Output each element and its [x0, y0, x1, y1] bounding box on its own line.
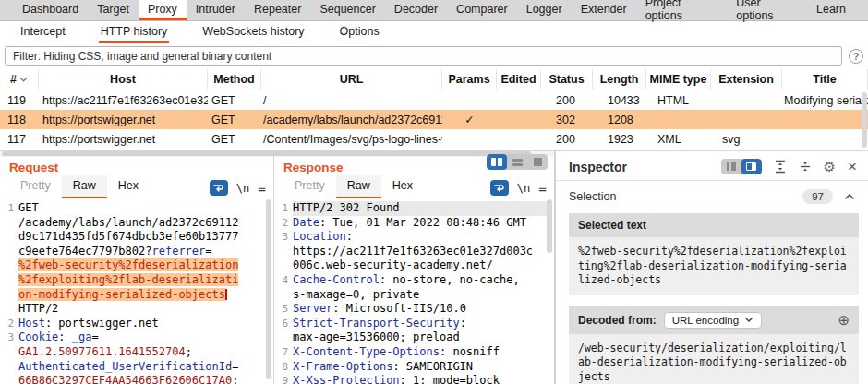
table-row-117[interactable]: 117https://portswigger.netGET/Content/Im… [0, 129, 868, 149]
column-header-edited[interactable]: Edited [497, 69, 541, 90]
column-header-params[interactable]: Params [442, 69, 497, 90]
request-editor[interactable]: 1GET/academy/labs/launch/ad2372c69112d9c… [0, 198, 273, 384]
chevron-up-icon [844, 193, 855, 200]
tab-repeater[interactable]: Repeater [245, 0, 310, 20]
decoded-from-header: Decoded from: URL encoding ⊕ [569, 306, 859, 334]
cell-id: 119 [0, 90, 39, 110]
response-editor[interactable]: 1HTTP/2 302 Found2Date: Tue, 01 Mar 2022… [274, 198, 554, 384]
tab-sequencer[interactable]: Sequencer [310, 0, 384, 20]
code-line: 2Date: Tue, 01 Mar 2022 08:48:46 GMT [276, 216, 547, 231]
word-wrap-button[interactable] [490, 180, 509, 196]
column-header-extension[interactable]: Extension [711, 69, 782, 90]
word-wrap-button[interactable] [210, 180, 228, 196]
tab-http-history[interactable]: HTTP history [99, 21, 170, 43]
tab-target[interactable]: Target [88, 0, 139, 20]
code-line: 7X-Content-Type-Options: nosniff [276, 345, 547, 360]
tab-learn[interactable]: Learn [807, 0, 855, 20]
layout-single-button[interactable] [527, 154, 548, 170]
editor-menu-icon[interactable]: ≡ [258, 181, 266, 195]
cell-ext [711, 110, 782, 129]
selection-section-header[interactable]: Selection 97 [556, 181, 868, 211]
column-header--[interactable]: # [0, 69, 39, 90]
editor-menu-icon[interactable]: ≡ [538, 181, 547, 195]
inspector-panel: Inspector [555, 151, 868, 384]
add-decoder-button[interactable]: ⊕ [838, 313, 850, 327]
line-number: 3 [276, 230, 293, 245]
column-header-status[interactable]: Status [541, 69, 593, 90]
encoding-dropdown[interactable]: URL encoding [664, 312, 762, 329]
cell-title: Modifying serialize [782, 90, 868, 110]
expand-all-button[interactable] [774, 160, 787, 174]
table-vertical-scrollbar[interactable] [862, 92, 867, 148]
sidebar-bars-icon [727, 162, 736, 171]
burp-suite-window: DashboardTargetProxyIntruderRepeaterSequ… [0, 0, 868, 384]
inspector-dock-right-button[interactable] [741, 159, 762, 174]
layout-rows-button[interactable] [507, 154, 527, 170]
column-header-host[interactable]: Host [39, 69, 208, 90]
code-line: 3Cookie: _ga= [2, 330, 266, 345]
collapse-section-button[interactable] [844, 193, 855, 200]
editor-layout-toggle [487, 154, 548, 170]
tab-intercept[interactable]: Intercept [18, 21, 67, 43]
cell-method: GET [208, 110, 261, 129]
editor-tab-pretty[interactable]: Pretty [283, 175, 336, 198]
code-line: /academy/labs/launch/ad2372c69112 [2, 216, 266, 231]
tab-proxy[interactable]: Proxy [139, 0, 187, 20]
close-icon[interactable]: × [848, 159, 857, 174]
tab-websockets-history[interactable]: WebSockets history [200, 21, 306, 43]
editor-tab-hex[interactable]: Hex [107, 175, 150, 198]
cell-url: /Content/Images/svg/ps-logo-lines-wh... [261, 129, 442, 149]
tab-logger[interactable]: Logger [517, 0, 572, 20]
table-row-119[interactable]: 119https://ac211f7e1f63263ec01e327...GET… [0, 90, 868, 110]
line-number: 2 [2, 317, 18, 331]
editor-tab-raw[interactable]: Raw [336, 175, 381, 198]
inspector-sidebar-button[interactable] [721, 159, 741, 174]
settings-gear-icon[interactable]: ⚙ [824, 160, 836, 174]
response-panel: Response PrettyRawHex\n≡ 1HTTP/2 302 Fou… [274, 151, 555, 384]
line-number: 3 [2, 330, 18, 345]
tab-comparer[interactable]: Comparer [447, 0, 517, 20]
tab-project-options[interactable]: Project options [636, 0, 728, 20]
tab-decoder[interactable]: Decoder [385, 0, 447, 20]
tab-intruder[interactable]: Intruder [187, 0, 245, 20]
column-header-method[interactable]: Method [208, 69, 261, 90]
selected-text-value[interactable]: %2fweb-security%2fdeserialization%2fexpl… [569, 237, 859, 295]
show-newlines-button[interactable]: \n [517, 182, 530, 195]
decoded-text-value[interactable]: /web-security/deserialization/exploiting… [569, 334, 859, 384]
collapse-all-button[interactable] [799, 160, 812, 174]
tab-dashboard[interactable]: Dashboard [13, 0, 88, 20]
layout-columns-button[interactable] [487, 154, 507, 170]
editor-tab-raw[interactable]: Raw [62, 175, 107, 198]
show-newlines-button[interactable]: \n [236, 182, 249, 195]
column-header-mime-type[interactable]: MIME type [646, 69, 711, 90]
code-line: on-modifying-serialized-objects [2, 288, 266, 303]
editor-tab-hex[interactable]: Hex [381, 175, 424, 198]
decoded-from-card: Decoded from: URL encoding ⊕ /web-securi… [569, 306, 859, 384]
response-tab-bar: PrettyRawHex\n≡ [274, 174, 554, 198]
line-number: 1 [276, 201, 293, 216]
tab-user-options[interactable]: User options [727, 0, 807, 20]
inspector-title: Inspector [569, 160, 627, 174]
cell-edited [497, 110, 541, 129]
column-header-length[interactable]: Length [593, 69, 646, 90]
code-line: max-age=31536000; preload [276, 330, 547, 345]
column-header-title[interactable]: Title [782, 69, 868, 90]
help-icon[interactable]: ? [849, 49, 863, 64]
editor-tab-pretty[interactable]: Pretty [9, 175, 62, 198]
filter-text: Filter: Hiding CSS, image and general bi… [13, 50, 271, 63]
code-line: 9X-Xss-Protection: 1; mode=block [276, 374, 547, 384]
request-scrollbar[interactable] [266, 199, 271, 379]
code-line: GA1.2.50977611.1641552704; [2, 345, 266, 360]
code-line: 6Strict-Transport-Security: [276, 317, 547, 331]
code-line: 006c.web-security-academy.net/ [276, 258, 547, 273]
table-row-118[interactable]: 118https://portswigger.netGET/academy/la… [0, 110, 868, 129]
tab-extender[interactable]: Extender [572, 0, 636, 20]
word-wrap-icon [493, 183, 506, 193]
message-editor-area: Request PrettyRawHex\n≡ 1GET/academy/lab… [0, 150, 868, 384]
filter-input[interactable]: Filter: Hiding CSS, image and general bi… [5, 46, 842, 66]
tab-options[interactable]: Options [338, 21, 381, 43]
http-history-table: #HostMethodURLParamsEditedStatusLengthMI… [0, 69, 868, 157]
code-line: 66B86C3297CEF4AA54663F62606C17A0; [2, 374, 266, 384]
column-header-url[interactable]: URL [261, 69, 442, 90]
response-scrollbar[interactable] [547, 199, 552, 253]
